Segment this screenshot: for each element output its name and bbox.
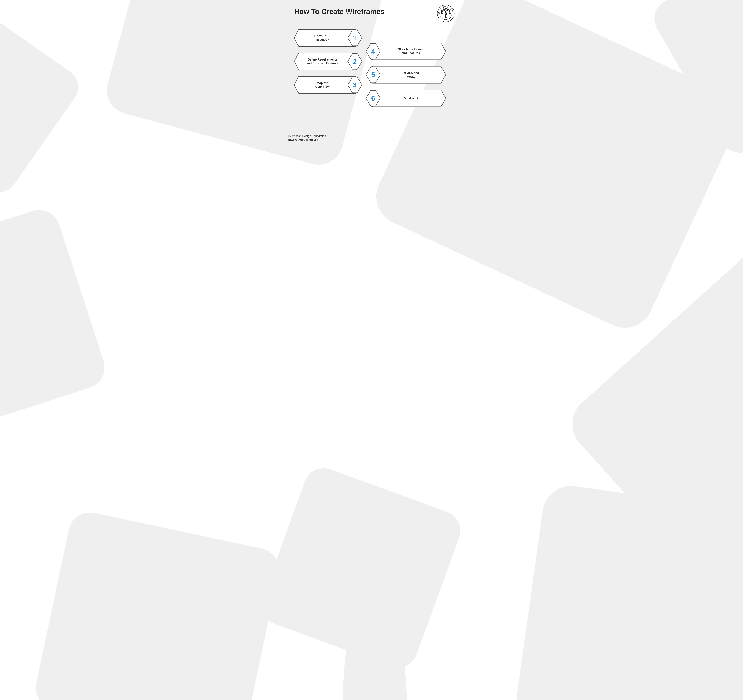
step-5: Review and Iterate 5 [365, 65, 447, 85]
svg-rect-2 [256, 463, 466, 673]
step-3: Map the User Flow 3 [293, 75, 363, 95]
step-2-line2: and Prioritize Features [306, 61, 339, 65]
step-1-number: 1 [352, 34, 358, 42]
step-3-line1: Map the [317, 81, 328, 85]
step-1-line2: Research [316, 38, 329, 42]
step-4: Sketch the Layout and Features 4 [365, 42, 447, 61]
footer-org: Interaction Design Foundation [288, 134, 326, 138]
svg-rect-6 [647, 0, 743, 160]
page: How To Create Wireframes INTERACTION DES… [282, 0, 461, 146]
steps-container: Do Your UX Research 1 Define Requirement… [282, 0, 461, 146]
step-3-line2: User Flow [315, 85, 330, 89]
footer: Interaction Design Foundation interactio… [288, 134, 326, 141]
svg-rect-0 [0, 205, 110, 439]
step-4-line1: Sketch the Layout [398, 47, 424, 51]
step-4-number: 4 [370, 48, 376, 55]
step-2-line1: Define Requirements [308, 58, 337, 61]
step-3-number: 3 [352, 82, 358, 88]
svg-rect-7 [0, 0, 86, 199]
step-5-line1: Review and [403, 71, 419, 75]
step-6-number: 6 [370, 95, 376, 102]
step-1-line1: Do Your UX [314, 34, 330, 38]
step-2: Define Requirements and Prioritize Featu… [293, 52, 363, 71]
step-5-number: 5 [370, 71, 376, 78]
svg-rect-5 [513, 482, 743, 700]
footer-url: interaction-design.org [288, 138, 326, 141]
step-4-line2: and Features [402, 51, 420, 55]
step-6: Build on It 6 [365, 89, 447, 108]
svg-rect-1 [32, 509, 283, 700]
step-1: Do Your UX Research 1 [293, 28, 363, 47]
svg-rect-4 [561, 240, 743, 602]
step-6-line1: Build on It [404, 96, 418, 100]
step-2-number: 2 [352, 58, 358, 65]
step-5-line2: Iterate [406, 75, 415, 79]
